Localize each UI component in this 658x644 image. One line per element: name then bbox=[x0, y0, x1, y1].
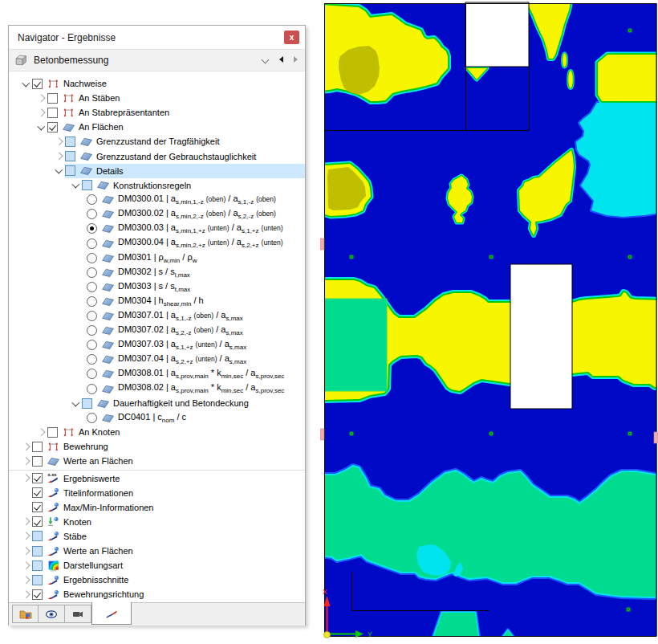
tree-item[interactable]: DM0307.04 | as,2,+z (unten) / as,max bbox=[9, 353, 305, 367]
expand-arrow-icon[interactable] bbox=[20, 472, 32, 484]
checkbox[interactable] bbox=[47, 93, 58, 104]
collapse-arrow-icon[interactable] bbox=[35, 121, 47, 133]
expand-arrow-icon[interactable] bbox=[20, 516, 32, 528]
tree-item[interactable]: DM0307.02 | as,2,-z (oben) / as,max bbox=[9, 324, 305, 338]
tree-item[interactable]: Max/Min-Informationen bbox=[9, 500, 305, 515]
tree-item[interactable]: An Stabrepräsentanten bbox=[9, 105, 305, 120]
checkbox[interactable] bbox=[32, 516, 43, 527]
fem-contour-view[interactable]: XY bbox=[320, 0, 658, 644]
checkbox[interactable] bbox=[65, 151, 75, 161]
checkbox[interactable] bbox=[32, 487, 43, 498]
tree-item[interactable]: Details bbox=[9, 164, 305, 178]
tree-item[interactable]: Titelinformationen bbox=[9, 486, 305, 500]
radio-button[interactable] bbox=[87, 340, 97, 350]
radio-button[interactable] bbox=[87, 413, 97, 423]
expand-arrow-icon[interactable] bbox=[35, 426, 47, 438]
checkbox[interactable] bbox=[32, 531, 43, 541]
expand-arrow-icon[interactable] bbox=[20, 545, 32, 557]
tree-item[interactable]: DM0300.04 | as,min,2,+z (unten) / as,2,+… bbox=[9, 236, 305, 251]
tree-item[interactable]: Ergebniswerte bbox=[9, 471, 305, 486]
tree-item[interactable]: Werte an Flächen bbox=[9, 544, 305, 558]
checkbox[interactable] bbox=[32, 560, 43, 571]
collapse-arrow-icon[interactable] bbox=[70, 179, 82, 191]
expand-arrow-icon[interactable] bbox=[53, 150, 65, 162]
expand-arrow-icon[interactable] bbox=[20, 574, 32, 586]
tab-display[interactable] bbox=[39, 605, 65, 623]
expand-arrow-icon[interactable] bbox=[35, 107, 47, 119]
tree-item[interactable]: DM0300.03 | as,min,1,+z (unten) / as,1,+… bbox=[9, 222, 305, 236]
radio-button[interactable] bbox=[87, 238, 97, 249]
radio-button[interactable] bbox=[87, 223, 97, 234]
checkbox[interactable] bbox=[82, 398, 92, 409]
tree-item[interactable]: Darstellungsart bbox=[9, 558, 305, 573]
radio-button[interactable] bbox=[87, 354, 97, 365]
tree-item[interactable]: Grenzzustand der Gebrauchstauglichkeit bbox=[9, 149, 305, 163]
tree-item[interactable]: DM0307.01 | as,1,-z (oben) / as,max bbox=[9, 309, 305, 324]
checkbox[interactable] bbox=[32, 575, 43, 585]
tree-item[interactable]: Knoten bbox=[9, 515, 305, 529]
collapse-arrow-icon[interactable] bbox=[20, 78, 32, 90]
checkbox[interactable] bbox=[47, 122, 58, 132]
tree-item[interactable]: DM0300.01 | as,min,1,-z (oben) / as,1,-z… bbox=[9, 193, 305, 207]
expand-arrow-icon[interactable] bbox=[20, 455, 32, 467]
tree-item[interactable]: DM0303 | s / st,max bbox=[9, 279, 305, 294]
tab-views[interactable] bbox=[12, 605, 39, 623]
tree-item[interactable]: Stäbe bbox=[9, 529, 305, 544]
tree-item[interactable]: Ergebnisschnitte bbox=[9, 573, 305, 587]
expand-arrow-icon[interactable] bbox=[35, 92, 47, 104]
radio-button[interactable] bbox=[87, 194, 97, 205]
tree-item[interactable]: Bewehrung bbox=[9, 439, 305, 454]
tab-visibility[interactable] bbox=[65, 605, 91, 623]
tree-item[interactable]: DM0302 | s / sl,max bbox=[9, 265, 305, 279]
radio-button[interactable] bbox=[87, 296, 97, 307]
checkbox[interactable] bbox=[47, 427, 58, 438]
tree-item[interactable]: DC0401 | cnom / c bbox=[9, 410, 305, 425]
tree-item[interactable]: DM0301 | ρw,min / ρw bbox=[9, 251, 305, 265]
tab-results[interactable] bbox=[91, 602, 132, 625]
expand-arrow-icon[interactable] bbox=[20, 560, 32, 572]
checkbox[interactable] bbox=[32, 589, 43, 600]
tree-item[interactable]: Grenzzustand der Tragfähigkeit bbox=[9, 134, 305, 149]
tree-item[interactable]: DM0308.02 | as,prov,main * kmin,sec / as… bbox=[9, 381, 305, 396]
next-result-button[interactable] bbox=[290, 51, 302, 69]
radio-button[interactable] bbox=[87, 209, 97, 219]
expand-arrow-icon[interactable] bbox=[20, 589, 32, 601]
tree-item[interactable]: An Flächen bbox=[9, 120, 305, 134]
checkbox[interactable] bbox=[32, 456, 43, 467]
chevron-down-icon[interactable] bbox=[259, 54, 272, 67]
previous-result-button[interactable] bbox=[276, 51, 288, 69]
radio-button[interactable] bbox=[87, 369, 97, 379]
checkbox[interactable] bbox=[32, 79, 43, 89]
checkbox[interactable] bbox=[32, 473, 43, 483]
radio-button[interactable] bbox=[87, 325, 97, 336]
radio-button[interactable] bbox=[87, 282, 97, 292]
checkbox[interactable] bbox=[65, 137, 75, 147]
checkbox[interactable] bbox=[82, 180, 92, 190]
collapse-arrow-icon[interactable] bbox=[53, 165, 65, 177]
checkbox[interactable] bbox=[65, 165, 75, 176]
result-category-select[interactable]: Betonbemessung bbox=[34, 55, 259, 66]
collapse-arrow-icon[interactable] bbox=[70, 397, 82, 410]
close-button[interactable]: x bbox=[284, 31, 299, 44]
checkbox[interactable] bbox=[32, 442, 43, 452]
radio-button[interactable] bbox=[87, 253, 97, 263]
tree-item[interactable]: DM0300.02 | as,min,2,-z (oben) / as,2,-z… bbox=[9, 207, 305, 222]
tree-item[interactable]: Bewehrungsrichtung bbox=[9, 587, 305, 601]
tree-item[interactable]: Konstruktionsregeln bbox=[9, 178, 305, 193]
checkbox[interactable] bbox=[32, 502, 43, 512]
checkbox[interactable] bbox=[47, 108, 58, 118]
radio-button[interactable] bbox=[87, 311, 97, 321]
tree-item[interactable]: DM0304 | hshear,min / h bbox=[9, 294, 305, 308]
checkbox[interactable] bbox=[32, 546, 43, 556]
expand-arrow-icon[interactable] bbox=[20, 530, 32, 542]
tree-item[interactable]: An Knoten bbox=[9, 425, 305, 439]
expand-arrow-icon[interactable] bbox=[20, 441, 32, 453]
tree-item[interactable]: Dauerhaftigkeit und Betondeckung bbox=[9, 396, 305, 410]
panel-titlebar[interactable]: Navigator - Ergebnisse x bbox=[9, 26, 305, 49]
expand-arrow-icon[interactable] bbox=[53, 136, 65, 148]
tree-item[interactable]: DM0307.03 | as,1,+z (unten) / as,max bbox=[9, 338, 305, 353]
radio-button[interactable] bbox=[87, 267, 97, 278]
tree-item[interactable]: An Stäben bbox=[9, 91, 305, 105]
tree-item[interactable]: Nachweise bbox=[9, 76, 305, 91]
radio-button[interactable] bbox=[87, 384, 97, 394]
